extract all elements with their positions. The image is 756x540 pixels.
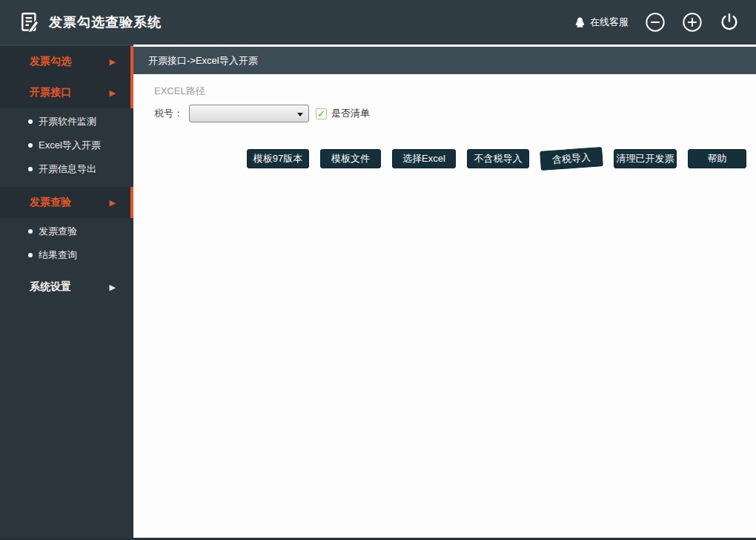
sidebar-subitem-label: 结果查询 <box>39 248 77 262</box>
tax-number-select[interactable] <box>189 105 309 122</box>
power-icon <box>719 12 740 33</box>
is-list-checkbox[interactable]: ✓ <box>316 108 327 119</box>
sidebar-item-system-settings[interactable]: 系统设置 ▶ <box>0 271 133 303</box>
breadcrumb-text: 开票接口->Excel导入开票 <box>148 54 258 68</box>
chevron-right-icon: ▶ <box>110 88 116 98</box>
sidebar-subitem-label: Excel导入开票 <box>39 139 101 152</box>
sidebar-item-software-monitor[interactable]: 开票软件监测 <box>0 110 133 134</box>
sidebar-item-excel-import[interactable]: Excel导入开票 <box>0 134 133 157</box>
sidebar-item-invoice-verify-sub[interactable]: 发票查验 <box>0 220 133 243</box>
sidebar-item-invoice-info-export[interactable]: 开票信息导出 <box>0 157 133 181</box>
import-incl-tax-button[interactable]: 含税导入 <box>540 147 603 171</box>
is-list-label: 是否清单 <box>331 107 370 120</box>
tax-number-label: 税号： <box>154 107 189 120</box>
qq-penguin-icon <box>574 16 586 29</box>
online-service-label: 在线客服 <box>590 16 629 29</box>
excel-import-form: EXCEL路径 税号： ✓ 是否清单 模板97版本 模板文件 选择Excel 不… <box>133 85 756 168</box>
template-file-button[interactable]: 模板文件 <box>320 149 381 168</box>
choose-excel-button[interactable]: 选择Excel <box>392 149 456 168</box>
clear-issued-invoices-button[interactable]: 清理已开发票 <box>614 149 677 168</box>
power-button[interactable] <box>719 12 740 33</box>
tax-number-row: 税号： ✓ 是否清单 <box>154 105 756 122</box>
sidebar-subitem-label: 开票信息导出 <box>39 162 96 176</box>
app-title: 发票勾选查验系统 <box>49 13 162 31</box>
main-content: 开票接口->Excel导入开票 EXCEL路径 税号： ✓ 是否清单 模板97版… <box>133 45 756 538</box>
sidebar-subitem-label: 开票软件监测 <box>39 115 96 128</box>
online-service-button[interactable]: 在线客服 <box>574 16 629 29</box>
sidebar-item-label: 发票勾选 <box>30 55 71 68</box>
sidebar-item-invoice-verify[interactable]: 发票查验 ▶ <box>0 187 133 218</box>
sidebar-item-result-query[interactable]: 结果查询 <box>0 243 133 267</box>
sidebar-subitem-label: 发票查验 <box>39 225 77 238</box>
header-actions: 在线客服 <box>574 12 740 33</box>
import-excl-tax-button[interactable]: 不含税导入 <box>467 149 529 168</box>
add-button[interactable] <box>682 12 703 33</box>
action-button-row: 模板97版本 模板文件 选择Excel 不含税导入 含税导入 清理已开发票 帮助 <box>247 149 756 168</box>
sidebar-item-label: 发票查验 <box>30 196 71 209</box>
help-button[interactable]: 帮助 <box>688 149 746 168</box>
excel-path-label: EXCEL路径 <box>154 85 756 98</box>
sidebar-submenu-invoice-verify: 发票查验 结果查询 <box>0 218 133 270</box>
app-logo-document-edit-icon <box>19 11 42 33</box>
sidebar-item-invoice-select[interactable]: 发票勾选 ▶ <box>0 46 133 77</box>
chevron-right-icon: ▶ <box>110 57 116 67</box>
sidebar-submenu-invoice-interface: 开票软件监测 Excel导入开票 开票信息导出 <box>0 108 133 184</box>
chevron-right-icon: ▶ <box>110 198 116 208</box>
circle-minus-icon <box>645 12 666 33</box>
app-header: 发票勾选查验系统 在线客服 <box>0 0 756 45</box>
breadcrumb: 开票接口->Excel导入开票 <box>133 47 756 74</box>
chevron-down-icon <box>297 113 303 116</box>
check-mark-icon: ✓ <box>317 108 326 119</box>
sidebar: 发票勾选 ▶ 开票接口 ▶ 开票软件监测 Excel导入开票 开票信息导出 发票… <box>0 45 133 538</box>
sidebar-item-invoice-interface[interactable]: 开票接口 ▶ <box>0 77 133 108</box>
sidebar-item-label: 开票接口 <box>30 86 71 99</box>
circle-plus-icon <box>682 12 703 33</box>
sidebar-item-label: 系统设置 <box>30 280 71 294</box>
template-97-button[interactable]: 模板97版本 <box>247 149 309 168</box>
chevron-right-icon: ▶ <box>110 283 116 292</box>
minimize-button[interactable] <box>645 12 666 33</box>
